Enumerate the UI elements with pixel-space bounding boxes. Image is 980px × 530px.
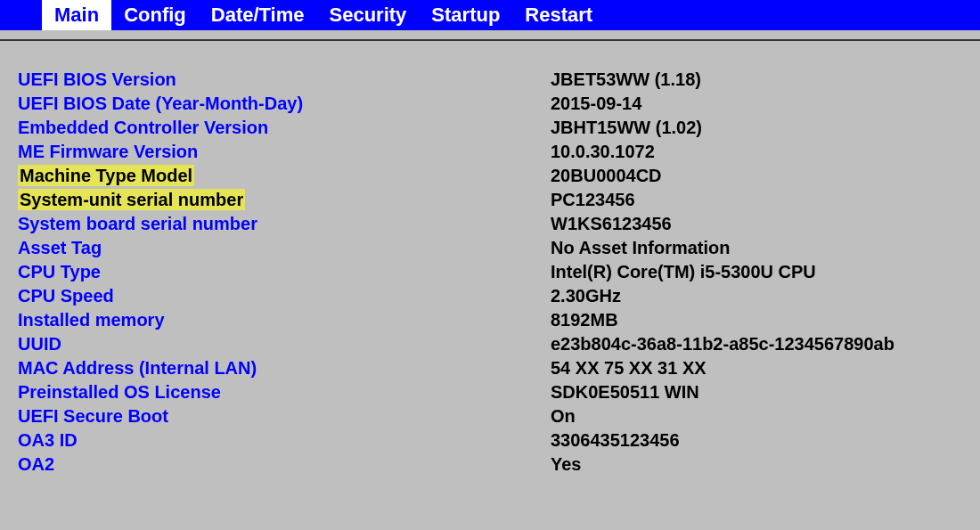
tab-datetime[interactable]: Date/Time — [199, 0, 317, 30]
tab-startup[interactable]: Startup — [419, 0, 512, 30]
menubar: Main Config Date/Time Security Startup R… — [0, 0, 980, 30]
info-row: CPU Speed 2.30GHz — [18, 284, 962, 308]
info-label-oa3-id: OA3 ID — [18, 430, 551, 451]
info-label-ec-version: Embedded Controller Version — [18, 118, 551, 138]
info-label-oa2: OA2 — [18, 454, 551, 475]
info-value-ec-version: JBHT15WW (1.02) — [551, 118, 702, 138]
info-row: Machine Type Model 20BU0004CD — [18, 164, 962, 188]
info-label-installed-memory: Installed memory — [18, 310, 551, 330]
info-label-asset-tag: Asset Tag — [18, 238, 551, 258]
info-label-bios-version: UEFI BIOS Version — [18, 69, 551, 90]
info-value-bios-version: JBET53WW (1.18) — [551, 69, 701, 90]
info-row: UEFI BIOS Date (Year-Month-Day) 2015-09-… — [18, 92, 962, 116]
info-value-me-firmware: 10.0.30.1072 — [551, 142, 655, 162]
info-row: OA3 ID 3306435123456 — [18, 428, 962, 453]
info-value-system-board-serial: W1KS6123456 — [551, 214, 672, 234]
info-value-system-unit-serial: PC123456 — [551, 190, 635, 210]
info-row: CPU Type Intel(R) Core(TM) i5-5300U CPU — [18, 260, 962, 284]
bios-info-panel: UEFI BIOS Version JBET53WW (1.18) UEFI B… — [0, 41, 980, 477]
tab-config[interactable]: Config — [111, 0, 199, 30]
info-row: Asset Tag No Asset Information — [18, 236, 962, 260]
info-value-uuid: e23b804c-36a8-11b2-a85c-1234567890ab — [551, 334, 894, 355]
info-row: UEFI Secure Boot On — [18, 404, 962, 428]
tab-main[interactable]: Main — [42, 0, 111, 30]
info-value-oa3-id: 3306435123456 — [551, 430, 680, 451]
info-row: UEFI BIOS Version JBET53WW (1.18) — [18, 68, 962, 92]
info-value-machine-type: 20BU0004CD — [551, 166, 662, 186]
info-row: Embedded Controller Version JBHT15WW (1.… — [18, 116, 962, 140]
info-value-preinstalled-os: SDK0E50511 WIN — [551, 382, 699, 403]
tab-security[interactable]: Security — [317, 0, 420, 30]
info-label-uuid: UUID — [18, 334, 551, 355]
info-label-machine-type: Machine Type Model — [18, 166, 551, 186]
info-value-cpu-type: Intel(R) Core(TM) i5-5300U CPU — [551, 262, 816, 282]
info-label-secure-boot: UEFI Secure Boot — [18, 406, 551, 427]
info-value-oa2: Yes — [551, 454, 581, 475]
info-label-me-firmware: ME Firmware Version — [18, 142, 551, 162]
info-row: System-unit serial number PC123456 — [18, 188, 962, 212]
info-value-mac-address: 54 XX 75 XX 31 XX — [551, 358, 706, 379]
info-value-installed-memory: 8192MB — [551, 310, 618, 330]
info-label-mac-address: MAC Address (Internal LAN) — [18, 358, 551, 379]
info-label-system-unit-serial: System-unit serial number — [18, 190, 551, 210]
info-row: UUID e23b804c-36a8-11b2-a85c-1234567890a… — [18, 332, 962, 356]
info-value-cpu-speed: 2.30GHz — [551, 286, 621, 306]
info-value-secure-boot: On — [551, 406, 576, 427]
info-label-system-board-serial: System board serial number — [18, 214, 551, 234]
info-row: Preinstalled OS License SDK0E50511 WIN — [18, 380, 962, 404]
tab-restart[interactable]: Restart — [512, 0, 605, 30]
info-row: Installed memory 8192MB — [18, 308, 962, 332]
info-row: ME Firmware Version 10.0.30.1072 — [18, 140, 962, 164]
info-row: System board serial number W1KS6123456 — [18, 212, 962, 236]
info-label-cpu-type: CPU Type — [18, 262, 551, 282]
info-label-preinstalled-os: Preinstalled OS License — [18, 382, 551, 403]
info-value-bios-date: 2015-09-14 — [551, 94, 641, 114]
info-label-cpu-speed: CPU Speed — [18, 286, 551, 306]
info-label-bios-date: UEFI BIOS Date (Year-Month-Day) — [18, 94, 551, 114]
info-row: OA2 Yes — [18, 453, 962, 477]
info-value-asset-tag: No Asset Information — [551, 238, 731, 258]
info-row: MAC Address (Internal LAN) 54 XX 75 XX 3… — [18, 356, 962, 380]
